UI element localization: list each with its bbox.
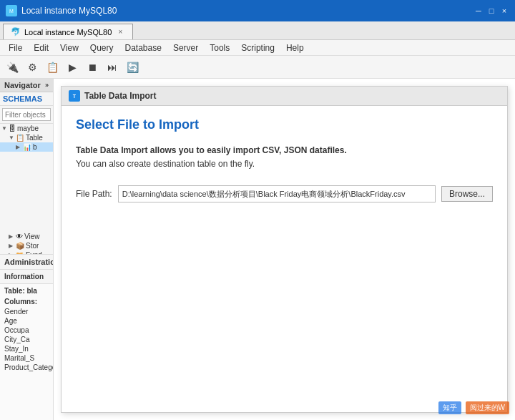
col-marital: Marital_S: [4, 353, 49, 363]
svg-text:M: M: [9, 9, 14, 14]
tab-bar: 🐬 Local instance MySQL80 ×: [0, 21, 515, 40]
col-product: Product_Category_1: [4, 363, 49, 372]
tree-item-sub4[interactable]: [0, 182, 53, 192]
filter-input[interactable]: [2, 108, 51, 121]
browse-button[interactable]: Browse...: [441, 186, 493, 202]
tree-item-stor[interactable]: ▶ 📦 Stor: [0, 241, 53, 250]
tab-close-button[interactable]: ×: [115, 27, 125, 37]
tree-arrow-maybe: ▼: [1, 125, 7, 132]
menu-file[interactable]: File: [3, 41, 28, 54]
administration-item[interactable]: Administration: [0, 255, 53, 270]
main-layout: Navigator » SCHEMAS ▼ 🗄 maybe ▼ 📋 Table …: [0, 79, 515, 420]
app-title: Local instance MySQL80: [21, 6, 469, 16]
tree-arrow-tables: ▼: [9, 135, 14, 141]
sidebar-bottom: Administration Information: [0, 254, 53, 284]
sidebar-nav-label: Navigator: [4, 81, 41, 89]
tree-item-sub6[interactable]: [0, 202, 53, 212]
information-item[interactable]: Information: [0, 270, 53, 284]
dialog-heading: Select File to Import: [76, 117, 493, 132]
dialog-title-text: Table Data Import: [84, 91, 156, 101]
menu-help[interactable]: Help: [280, 41, 310, 54]
tree-item-tables[interactable]: ▼ 📋 Table: [0, 133, 53, 142]
col-age: Age: [4, 316, 49, 326]
columns-section-label: Columns:: [4, 298, 49, 306]
toolbar-stop-btn[interactable]: ⏹: [83, 58, 102, 77]
filter-box: [0, 106, 53, 124]
tree-item-sub1[interactable]: [0, 152, 53, 162]
file-path-row: File Path: Browse...: [76, 185, 493, 202]
dialog-title-icon: T: [69, 90, 80, 102]
tree-item-sub2[interactable]: [0, 162, 53, 172]
toolbar: 🔌 ⚙ 📋 ▶ ⏹ ⏭ 🔄: [0, 56, 515, 79]
dialog-body: Select File to Import Table Data Import …: [62, 106, 507, 412]
tree-item-views[interactable]: ▶ 👁 View: [0, 232, 53, 241]
sidebar-expand-icon: »: [45, 82, 49, 89]
tree-item-sub8[interactable]: [0, 222, 53, 232]
dialog-container: T Table Data Import Select File to Impor…: [61, 86, 508, 413]
tree-label-views: View: [24, 233, 40, 240]
sidebar: Navigator » SCHEMAS ▼ 🗄 maybe ▼ 📋 Table …: [0, 79, 54, 420]
toolbar-refresh-btn[interactable]: 🔄: [123, 58, 142, 77]
close-button[interactable]: ×: [499, 6, 509, 16]
content-area: T Table Data Import Select File to Impor…: [54, 79, 515, 420]
menu-tools[interactable]: Tools: [204, 41, 235, 54]
schema-tree: ▼ 🗄 maybe ▼ 📋 Table ▶ 📊 b: [0, 124, 53, 254]
toolbar-settings-btn[interactable]: ⚙: [23, 58, 41, 77]
tree-icon-b: 📊: [23, 143, 31, 151]
tree-arrow-views: ▶: [9, 233, 14, 240]
col-city: City_Ca: [4, 335, 49, 344]
tree-icon-maybe: 🗄: [9, 124, 16, 132]
app-icon: M: [6, 5, 17, 16]
tree-label-tables: Table: [26, 134, 43, 142]
dialog-desc-line2: You can also create destination table on…: [76, 159, 255, 169]
maximize-button[interactable]: □: [486, 6, 496, 16]
title-bar: M Local instance MySQL80 ─ □ ×: [0, 0, 515, 21]
tree-label-b: b: [33, 143, 37, 151]
menu-server[interactable]: Server: [167, 41, 204, 54]
col-stay: Stay_In: [4, 344, 49, 353]
menu-bar: File Edit View Query Database Server Too…: [0, 40, 515, 56]
menu-edit[interactable]: Edit: [28, 41, 54, 54]
col-gender: Gender: [4, 307, 49, 316]
schemas-section-label: SCHEMAS: [0, 92, 53, 106]
tree-item-b[interactable]: ▶ 📊 b: [0, 142, 53, 152]
watermark: 知乎 阅过来的W: [438, 401, 509, 414]
menu-scripting[interactable]: Scripting: [235, 41, 280, 54]
tab-label: Local instance MySQL80: [24, 28, 112, 36]
tree-label-maybe: maybe: [17, 124, 39, 132]
toolbar-skip-btn[interactable]: ⏭: [103, 58, 122, 77]
table-info-title: Table: bla: [4, 287, 49, 295]
dialog-description: Table Data Import allows you to easily i…: [76, 144, 493, 171]
tree-item-sub3[interactable]: [0, 172, 53, 182]
dialog-title-bar: T Table Data Import: [62, 87, 507, 106]
minimize-button[interactable]: ─: [474, 6, 484, 16]
tab-local-instance[interactable]: 🐬 Local instance MySQL80 ×: [3, 24, 133, 39]
tree-item-maybe[interactable]: ▼ 🗄 maybe: [0, 124, 53, 133]
tree-item-sub7[interactable]: [0, 212, 53, 222]
tree-icon-tables: 📋: [16, 134, 24, 142]
window-controls: ─ □ ×: [474, 6, 509, 16]
col-occupa: Occupa: [4, 326, 49, 335]
toolbar-run-btn[interactable]: ▶: [63, 58, 82, 77]
menu-view[interactable]: View: [54, 41, 84, 54]
sidebar-info-panel: Table: bla Columns: Gender Age Occupa Ci…: [0, 284, 53, 420]
sidebar-header: Navigator »: [0, 79, 53, 92]
tree-icon-stor: 📦: [16, 242, 24, 250]
toolbar-clipboard-btn[interactable]: 📋: [43, 58, 62, 77]
file-path-label: File Path:: [76, 189, 112, 199]
watermark-zhihu: 知乎: [438, 401, 461, 414]
tree-icon-views: 👁: [16, 233, 23, 240]
menu-query[interactable]: Query: [84, 41, 119, 54]
menu-database[interactable]: Database: [119, 41, 167, 54]
watermark-source: 阅过来的W: [466, 401, 509, 414]
tree-item-sub5[interactable]: [0, 192, 53, 202]
tree-label-stor: Stor: [26, 242, 39, 250]
toolbar-connect-btn[interactable]: 🔌: [3, 58, 21, 77]
tab-db-icon: 🐬: [11, 27, 21, 36]
tree-arrow-b: ▶: [16, 144, 21, 150]
file-path-input[interactable]: [118, 185, 436, 202]
svg-text:T: T: [73, 94, 77, 99]
tree-arrow-stor: ▶: [9, 243, 14, 249]
dialog-desc-line1: Table Data Import allows you to easily i…: [76, 145, 347, 155]
